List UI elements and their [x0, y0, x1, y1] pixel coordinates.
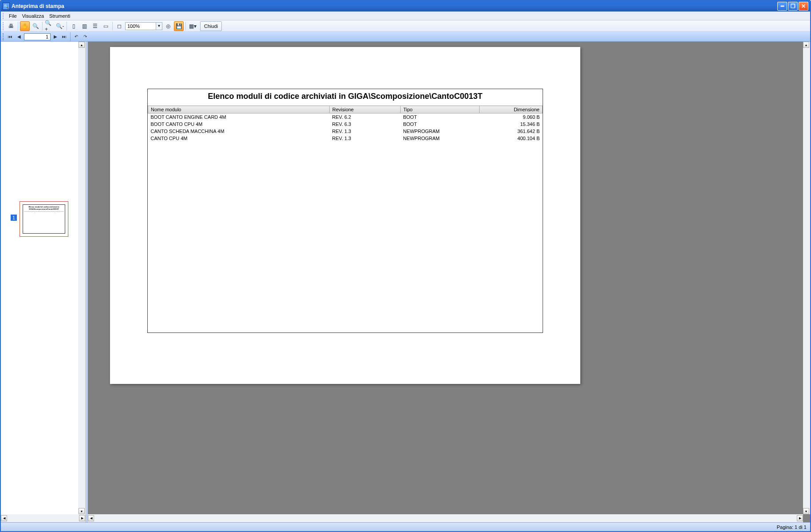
cell-name: CANTO SCHEDA MACCHINA 4M	[148, 128, 330, 135]
window-title: Anteprima di stampa	[12, 3, 64, 9]
fit-page-button[interactable]: ◻	[114, 21, 124, 31]
navbar-grip[interactable]	[3, 33, 4, 40]
single-page-button[interactable]: ▯	[69, 21, 79, 31]
preview-panel: Elenco moduli di codice archiviati in GI…	[88, 42, 810, 522]
menubar-grip[interactable]	[3, 13, 4, 19]
hand-tool-button[interactable]: ✋	[20, 21, 30, 31]
thumbnails-area: 1 Elenco moduli di codice archiviati in …	[1, 42, 78, 522]
table-row: BOOT CANTO CPU 4M REV. 6.3 BOOT 15.346 B	[148, 121, 543, 128]
table-row: CANTO SCHEDA MACCHINA 4M REV. 1.3 NEWPRO…	[148, 128, 543, 135]
close-label: Chiudi	[204, 23, 218, 29]
page-status: Pagina: 1 di 1	[777, 524, 807, 530]
report-table: Nome modulo Revisione Tipo Dimensione BO…	[148, 106, 543, 142]
next-page-button[interactable]: ▶	[51, 33, 59, 41]
table-header-row: Nome modulo Revisione Tipo Dimensione	[148, 106, 543, 113]
page-1[interactable]: Elenco moduli di codice archiviati in GI…	[110, 47, 580, 384]
cell-rev: REV. 6.2	[329, 113, 400, 121]
print-button[interactable]: 🖶	[6, 21, 16, 31]
report-frame: Elenco moduli di codice archiviati in GI…	[147, 89, 543, 333]
cell-name: BOOT CANTO ENGINE CARD 4M	[148, 113, 330, 121]
col-name: Nome modulo	[148, 106, 330, 113]
prev-page-button[interactable]: ◀	[15, 33, 23, 41]
scroll-right-icon[interactable]: ▶	[79, 515, 85, 521]
cell-type: BOOT	[400, 121, 479, 128]
cell-name: BOOT CANTO CPU 4M	[148, 121, 330, 128]
multi-page-button[interactable]: ▥	[79, 21, 89, 31]
cell-size: 15.346 B	[479, 121, 542, 128]
zoom-in-button[interactable]: 🔍+	[44, 21, 54, 31]
cell-rev: REV. 1.3	[329, 135, 400, 142]
nav-forward-button[interactable]: ↷	[81, 33, 89, 41]
zoom-apply-button[interactable]: ◎	[163, 21, 173, 31]
toolbar-grip[interactable]	[3, 22, 4, 30]
zoom-tool-button[interactable]: 🔍	[31, 21, 40, 31]
cell-rev: REV. 6.3	[329, 121, 400, 128]
cell-type: NEWPROGRAM	[400, 135, 479, 142]
scroll-right-icon[interactable]: ▶	[797, 515, 803, 521]
thumbnails-vscrollbar[interactable]: ▲ ▼	[78, 42, 85, 514]
cell-type: BOOT	[400, 113, 479, 121]
menu-file[interactable]: File	[6, 12, 20, 20]
menu-view[interactable]: Visualizza	[20, 12, 47, 20]
thumbnails-hscrollbar[interactable]: ◀ ▶	[1, 514, 85, 522]
body: 1 Elenco moduli di codice archiviati in …	[1, 42, 810, 522]
last-page-button[interactable]: ⏭	[60, 33, 68, 41]
maximize-button[interactable]: ❐	[788, 2, 798, 11]
status-bar: Pagina: 1 di 1	[1, 522, 810, 531]
cell-type: NEWPROGRAM	[400, 128, 479, 135]
preview-vscrollbar[interactable]: ▲ ▼	[803, 42, 810, 514]
thumbnail-1[interactable]: Elenco moduli di codice archiviati in GI…	[20, 201, 68, 237]
save-button[interactable]: 💾	[174, 21, 184, 31]
cell-size: 400.104 B	[479, 135, 542, 142]
scroll-down-icon[interactable]: ▼	[803, 508, 809, 514]
toolbar: 🖶 ✋ 🔍 🔍+ 🔍- ▯ ▥ ☰ ▭ ◻ ▼ ◎ 💾 ▦▾ Chiudi	[1, 20, 810, 32]
page-nav-bar: ⏮ ◀ ▶ ⏭ ↶ ↷	[1, 32, 810, 42]
cell-name: CANTO CPU 4M	[148, 135, 330, 142]
zoom-dropdown-icon[interactable]: ▼	[156, 22, 162, 30]
zoom-input[interactable]	[125, 22, 156, 30]
app-icon: 🔍	[3, 3, 10, 10]
table-row: BOOT CANTO ENGINE CARD 4M REV. 6.2 BOOT …	[148, 113, 543, 121]
minimize-button[interactable]: ━	[777, 2, 787, 11]
grid-options-button[interactable]: ▦▾	[188, 21, 197, 31]
scroll-up-icon[interactable]: ▲	[79, 42, 85, 48]
report-title: Elenco moduli di codice archiviati in GI…	[148, 89, 543, 106]
table-row: CANTO CPU 4M REV. 1.3 NEWPROGRAM 400.104…	[148, 135, 543, 142]
page-number-input[interactable]	[24, 33, 51, 40]
cell-size: 9.060 B	[479, 113, 542, 121]
col-rev: Revisione	[329, 106, 400, 113]
col-type: Tipo	[400, 106, 479, 113]
scroll-down-icon[interactable]: ▼	[79, 508, 85, 514]
scroll-left-icon[interactable]: ◀	[1, 515, 7, 521]
thumbnail-1-label: 1	[11, 215, 17, 221]
thumbnail-1-preview: Elenco moduli di codice archiviati in GI…	[23, 204, 65, 234]
scroll-up-icon[interactable]: ▲	[803, 42, 809, 48]
cell-rev: REV. 1.3	[329, 128, 400, 135]
nav-back-button[interactable]: ↶	[72, 33, 80, 41]
menu-bar: File Visualizza Strumenti	[1, 12, 810, 20]
col-size: Dimensione	[479, 106, 542, 113]
continuous-button[interactable]: ☰	[90, 21, 100, 31]
scroll-left-icon[interactable]: ◀	[88, 515, 94, 521]
cell-size: 361.642 B	[479, 128, 542, 135]
thumbnails-panel: 1 Elenco moduli di codice archiviati in …	[1, 42, 86, 522]
facing-button[interactable]: ▭	[101, 21, 110, 31]
zoom-out-button[interactable]: 🔍-	[55, 21, 65, 31]
menu-tools[interactable]: Strumenti	[47, 12, 73, 20]
title-bar: 🔍 Anteprima di stampa ━ ❐ ✕	[1, 1, 810, 12]
first-page-button[interactable]: ⏮	[6, 33, 14, 41]
zoom-combo[interactable]: ▼	[125, 22, 162, 30]
toolbar-close-button[interactable]: Chiudi	[200, 21, 222, 31]
window-close-button[interactable]: ✕	[799, 2, 808, 11]
preview-hscrollbar[interactable]: ◀ ▶	[88, 514, 803, 522]
app-window: 🔍 Anteprima di stampa ━ ❐ ✕ File Visuali…	[0, 0, 811, 532]
